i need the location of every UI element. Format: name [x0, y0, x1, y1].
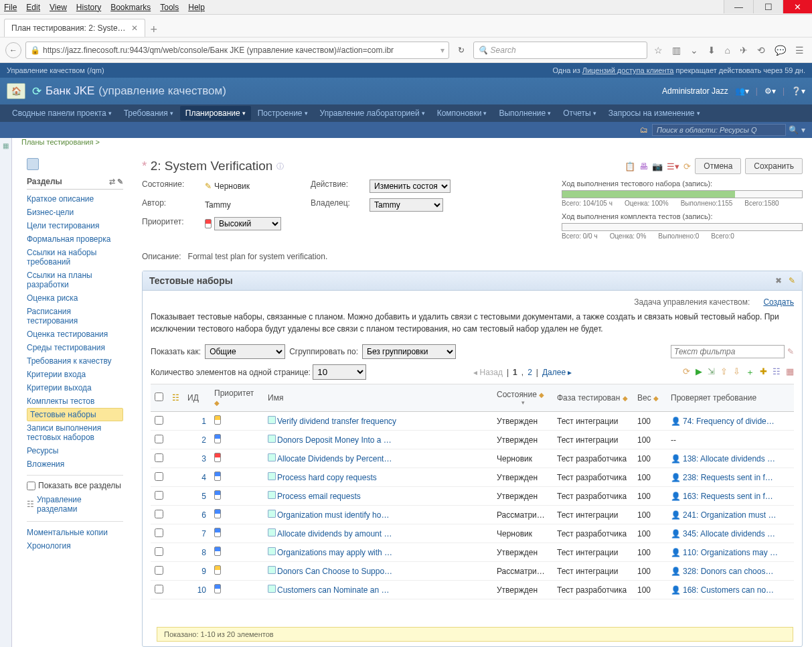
browser-search[interactable]: 🔍 Search — [473, 42, 647, 59]
row-checkbox[interactable] — [155, 566, 163, 575]
tool-grid-icon[interactable]: ▦ — [786, 366, 794, 378]
menu-history[interactable]: History — [76, 3, 101, 12]
table-row[interactable]: 10Customers can Nominate an …УтвержденТе… — [151, 581, 794, 599]
page-size-select[interactable]: 10 — [313, 364, 366, 380]
row-id[interactable]: 9 — [183, 562, 210, 581]
print-icon[interactable]: 🖶 — [639, 161, 648, 171]
priority-select[interactable]: Высокий — [214, 217, 281, 230]
panel-close-icon[interactable]: ✖ — [775, 276, 782, 285]
home-icon[interactable]: 🏠 — [7, 83, 25, 99]
nav-Выполнение[interactable]: Выполнение ▾ — [493, 106, 556, 121]
chat-icon[interactable]: 💬 — [775, 45, 786, 56]
row-checkbox[interactable] — [155, 416, 163, 425]
section-link[interactable]: Среды тестирования — [27, 341, 123, 354]
home-icon[interactable]: ⌂ — [725, 45, 730, 56]
row-requirement[interactable]: 74: Frequency of divide… — [683, 417, 775, 426]
table-row[interactable]: 6Organization must identify ho…Рассматри… — [151, 506, 794, 524]
nav-Управление лабораторией[interactable]: Управление лабораторией ▾ — [315, 106, 430, 121]
tool-refresh-icon[interactable]: ⟳ — [683, 366, 690, 378]
nav-Отчеты[interactable]: Отчеты ▾ — [558, 106, 601, 121]
scope-caret-icon[interactable]: ▾ — [801, 125, 805, 135]
reader-icon[interactable]: ▥ — [672, 45, 681, 56]
row-id[interactable]: 8 — [183, 543, 210, 562]
copy-icon[interactable]: 📋 — [625, 161, 635, 171]
tool-new-icon[interactable]: ✚ — [760, 366, 767, 378]
send-icon[interactable]: ✈ — [740, 45, 748, 56]
window-maximize[interactable]: ☐ — [753, 0, 783, 13]
menu-edit[interactable]: Edit — [26, 3, 40, 12]
menu-help[interactable]: Help — [188, 3, 205, 12]
section-link[interactable]: Ссылки на планы разработки — [27, 269, 123, 291]
row-id[interactable]: 3 — [183, 449, 210, 468]
menu-file[interactable]: File — [4, 3, 17, 12]
row-checkbox[interactable] — [155, 435, 163, 443]
nav-Построение[interactable]: Построение ▾ — [252, 106, 313, 121]
col-weight[interactable]: Вес — [637, 393, 651, 403]
row-requirement[interactable]: 238: Requests sent in f… — [683, 473, 773, 482]
row-name[interactable]: Allocate Dividends by Percent… — [277, 454, 392, 463]
nav-back-icon[interactable]: ← — [5, 42, 21, 58]
snapshot-icon[interactable]: 📷 — [652, 161, 663, 171]
tool-run-icon[interactable]: ▶ — [696, 366, 702, 378]
row-name[interactable]: Customers can Nominate an … — [277, 585, 389, 595]
save-button[interactable]: Сохранить — [745, 158, 803, 174]
section-link[interactable]: Формальная проверка — [27, 232, 123, 246]
row-id[interactable]: 6 — [183, 506, 210, 524]
row-requirement[interactable]: 241: Organization must … — [683, 510, 776, 520]
show-as-select[interactable]: Общие — [205, 344, 285, 359]
section-link[interactable]: Ресурсы — [27, 444, 123, 457]
row-checkbox[interactable] — [155, 528, 163, 537]
row-id[interactable]: 1 — [183, 412, 210, 431]
tool-down-icon[interactable]: ⇩ — [733, 366, 740, 378]
group-by-select[interactable]: Без группировки — [362, 344, 456, 359]
col-state[interactable]: Состояние — [497, 390, 537, 399]
row-name[interactable]: Donors Deposit Money Into a … — [277, 435, 392, 445]
tool-add-icon[interactable]: ＋ — [746, 366, 754, 378]
table-row[interactable]: 7Allocate dividends by amount …ЧерновикТ… — [151, 524, 794, 543]
row-requirement[interactable]: 345: Allocate dividends … — [683, 529, 775, 538]
create-link[interactable]: Создать — [763, 297, 794, 307]
nav-Сводные панели проекта[interactable]: Сводные панели проекта ▾ — [7, 106, 117, 121]
filter-clear-icon[interactable]: ✎ — [787, 347, 794, 356]
row-id[interactable]: 7 — [183, 524, 210, 543]
window-close[interactable]: ✕ — [783, 0, 812, 13]
scope-icon[interactable]: 🗂 — [640, 125, 648, 135]
row-id[interactable]: 10 — [183, 581, 210, 599]
row-name[interactable]: Organizations may apply with … — [277, 548, 392, 557]
row-requirement[interactable]: 328: Donors can choos… — [683, 567, 773, 576]
new-tab-button[interactable]: + — [151, 23, 158, 37]
table-row[interactable]: 3Allocate Dividends by Percent…ЧерновикТ… — [151, 449, 794, 468]
col-requirement[interactable]: Проверяет требование — [671, 393, 756, 403]
col-id[interactable]: ИД — [187, 393, 199, 403]
nav-Запросы на изменение[interactable]: Запросы на изменение ▾ — [603, 106, 706, 121]
section-link[interactable]: Записи выполнения тестовых наборов — [27, 421, 123, 444]
section-link[interactable]: Краткое описание — [27, 192, 123, 206]
grid-icon[interactable]: ▦ — [3, 142, 9, 149]
pager-page-2[interactable]: 2 — [527, 368, 532, 377]
panel-edit-icon[interactable]: ✎ — [789, 276, 795, 285]
row-id[interactable]: 5 — [183, 487, 210, 506]
row-checkbox[interactable] — [155, 547, 163, 556]
section-link[interactable]: Бизнес-цели — [27, 206, 123, 219]
help-icon[interactable]: ❔▾ — [791, 86, 805, 96]
row-name[interactable]: Allocate dividends by amount … — [277, 529, 392, 538]
tool-up-icon[interactable]: ⇧ — [720, 366, 728, 378]
info-icon[interactable]: ⓘ — [276, 161, 284, 171]
section-link[interactable]: Комплекты тестов — [27, 394, 123, 408]
url-input[interactable]: 🔒 https://jazz.finecosoft.ru:9443/qm/web… — [25, 42, 449, 59]
browser-tab[interactable]: План тестирования: 2: Syste… ✕ — [4, 19, 145, 37]
window-minimize[interactable]: — — [724, 0, 753, 13]
chronology-link[interactable]: Хронология — [27, 539, 123, 553]
row-checkbox[interactable] — [155, 472, 163, 481]
section-link[interactable]: Критерии входа — [27, 368, 123, 381]
nav-Требования[interactable]: Требования ▾ — [118, 106, 179, 121]
download-icon[interactable]: ⬇ — [708, 45, 716, 56]
tool-export-icon[interactable]: ⇲ — [708, 366, 715, 378]
col-name[interactable]: Имя — [268, 393, 283, 403]
row-checkbox[interactable] — [155, 510, 163, 518]
section-link[interactable]: Вложения — [27, 457, 123, 471]
col-phase[interactable]: Фаза тестирован — [557, 393, 620, 403]
table-row[interactable]: 9Donors Can Choose to Suppo…Рассматри…Те… — [151, 562, 794, 581]
row-requirement[interactable]: 168: Customers can no… — [683, 585, 774, 595]
section-link[interactable]: Тестовые наборы — [27, 408, 123, 421]
